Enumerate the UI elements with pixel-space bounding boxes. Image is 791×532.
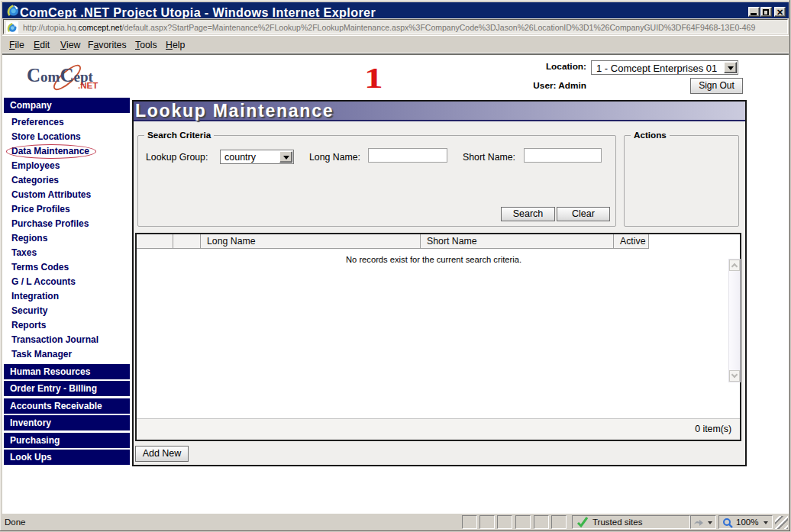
svg-text:.NET: .NET bbox=[78, 81, 98, 90]
